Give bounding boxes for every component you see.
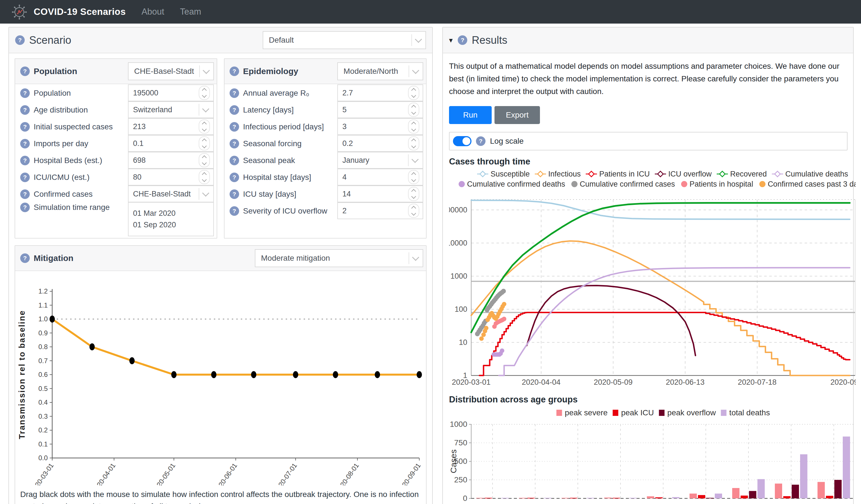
step-down-icon[interactable] [202, 144, 207, 148]
initial-suspected-cases-input[interactable]: 213 [128, 118, 214, 135]
icu-icmu-est-input[interactable]: 80 [128, 169, 214, 186]
help-icon[interactable]: ? [230, 139, 239, 148]
simulation-time-range-input[interactable]: 01 Mar 202001 Sep 2020 [128, 202, 214, 236]
mitigation-drag-dot[interactable] [375, 371, 380, 378]
infectious-period-days-input[interactable]: 3 [337, 118, 423, 135]
latency-days-input[interactable]: 5 [337, 101, 423, 118]
step-down-icon[interactable] [202, 127, 207, 132]
icu-stay-days-input[interactable]: 14 [337, 186, 423, 202]
run-button[interactable]: Run [449, 106, 492, 124]
help-icon[interactable]: ? [20, 67, 30, 76]
help-icon[interactable]: ? [20, 189, 30, 199]
number-stepper[interactable] [199, 86, 210, 100]
help-icon[interactable]: ? [458, 35, 467, 45]
step-up-icon[interactable] [411, 189, 416, 194]
help-icon[interactable]: ? [230, 105, 239, 115]
step-up-icon[interactable] [202, 122, 207, 126]
number-stepper[interactable] [408, 170, 419, 184]
help-icon[interactable]: ? [230, 206, 239, 216]
step-down-icon[interactable] [202, 177, 207, 182]
help-icon[interactable]: ? [20, 139, 30, 148]
mitigation-drag-dot[interactable] [211, 371, 216, 378]
number-stepper[interactable] [408, 187, 419, 201]
scenario-preset-select[interactable]: Default [263, 31, 426, 49]
mitigation-drag-dot[interactable] [293, 371, 298, 378]
help-icon[interactable]: ? [230, 122, 239, 132]
help-icon[interactable]: ? [230, 189, 239, 199]
number-stepper[interactable] [199, 136, 210, 150]
export-button[interactable]: Export [494, 106, 540, 124]
seasonal-forcing-input[interactable]: 0.2 [337, 135, 423, 152]
step-up-icon[interactable] [202, 155, 207, 160]
number-stepper[interactable] [199, 120, 210, 134]
legend-item[interactable]: Confirmed cases past 3 days [760, 180, 856, 188]
confirmed-cases-select[interactable]: CHE-Basel-Stadt [128, 186, 214, 202]
help-icon[interactable]: ? [230, 156, 239, 165]
mitigation-drag-dot[interactable] [50, 316, 55, 323]
step-up-icon[interactable] [411, 172, 416, 177]
population-preset-select[interactable]: CHE-Basel-Stadt [128, 62, 214, 80]
annual-average-r-input[interactable]: 2.7 [337, 84, 423, 101]
help-icon[interactable]: ? [20, 105, 30, 115]
collapse-caret-icon[interactable]: ▾ [449, 36, 453, 45]
help-icon[interactable]: ? [20, 88, 30, 98]
help-icon[interactable]: ? [20, 122, 30, 132]
step-up-icon[interactable] [202, 172, 207, 177]
step-up-icon[interactable] [411, 122, 416, 126]
population-input[interactable]: 195000 [128, 84, 214, 101]
legend-item[interactable]: Cumulative confirmed cases [571, 180, 675, 188]
mitigation-drag-dot[interactable] [251, 371, 256, 378]
age-distribution-select[interactable]: Switzerland [128, 101, 214, 118]
nav-link-about[interactable]: About [141, 7, 164, 17]
legend-item[interactable]: peak overflow [659, 408, 716, 417]
number-stepper[interactable] [408, 120, 419, 134]
step-up-icon[interactable] [411, 105, 416, 110]
number-stepper[interactable] [408, 136, 419, 150]
legend-item[interactable]: Susceptible [477, 170, 530, 178]
imports-per-day-input[interactable]: 0.1 [128, 135, 214, 152]
step-down-icon[interactable] [411, 211, 416, 216]
number-stepper[interactable] [408, 86, 419, 100]
legend-item[interactable]: Patients in ICU [586, 170, 650, 178]
date-end[interactable]: 01 Sep 2020 [133, 221, 209, 229]
help-icon[interactable]: ? [20, 203, 30, 212]
help-icon[interactable]: ? [20, 173, 30, 182]
step-down-icon[interactable] [202, 161, 207, 165]
brand[interactable]: COVID-19 Scenarios [11, 4, 126, 20]
step-down-icon[interactable] [411, 110, 416, 115]
legend-item[interactable]: Cumulative deaths [772, 170, 848, 178]
hospital-stay-days-input[interactable]: 4 [337, 169, 423, 186]
mitigation-drag-dot[interactable] [129, 357, 135, 364]
legend-item[interactable]: Recovered [717, 170, 767, 178]
number-stepper[interactable] [199, 170, 210, 184]
number-stepper[interactable] [199, 153, 210, 167]
step-down-icon[interactable] [411, 93, 416, 98]
help-icon[interactable]: ? [20, 156, 30, 165]
step-down-icon[interactable] [411, 144, 416, 148]
step-up-icon[interactable] [411, 139, 416, 144]
legend-item[interactable]: ICU overflow [655, 170, 712, 178]
seasonal-peak-select[interactable]: January [337, 152, 423, 169]
legend-item[interactable]: peak ICU [613, 408, 654, 417]
step-down-icon[interactable] [411, 127, 416, 132]
mitigation-drag-dot[interactable] [333, 371, 338, 378]
mitigation-preset-select[interactable]: Moderate mitigation [255, 249, 423, 267]
step-down-icon[interactable] [202, 93, 207, 98]
help-icon[interactable]: ? [476, 136, 486, 146]
nav-link-team[interactable]: Team [180, 7, 201, 17]
help-icon[interactable]: ? [230, 67, 239, 76]
hospital-beds-est-input[interactable]: 698 [128, 152, 214, 169]
mitigation-drag-dot[interactable] [90, 343, 95, 351]
help-icon[interactable]: ? [230, 88, 239, 98]
log-scale-toggle[interactable] [453, 136, 472, 146]
step-up-icon[interactable] [202, 88, 207, 93]
help-icon[interactable]: ? [230, 173, 239, 182]
step-up-icon[interactable] [411, 206, 416, 211]
severity-of-icu-overflow-input[interactable]: 2 [337, 202, 423, 219]
date-start[interactable]: 01 Mar 2020 [133, 209, 209, 218]
number-stepper[interactable] [408, 204, 419, 218]
epidemiology-preset-select[interactable]: Moderate/North [337, 62, 423, 80]
help-icon[interactable]: ? [15, 35, 25, 45]
mitigation-drag-dot[interactable] [171, 371, 177, 378]
step-up-icon[interactable] [202, 139, 207, 144]
